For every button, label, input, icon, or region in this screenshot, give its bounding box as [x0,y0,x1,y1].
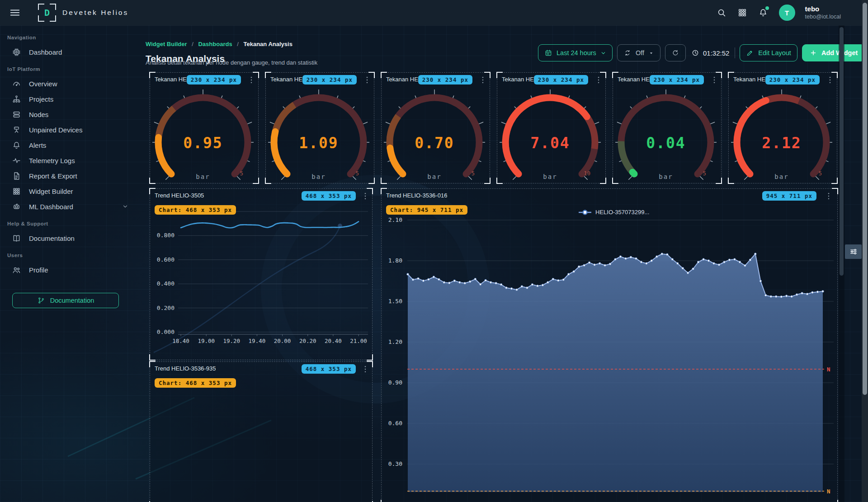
sidebar-item-telemetry-logs[interactable]: Telemetry Logs [0,153,136,168]
widget-trend-helio-3505[interactable]: Trend HELIO-3505 468 x 353 px Chart: 468… [150,188,373,360]
gauge-unit-label: bar [427,173,441,180]
data-point [433,276,435,278]
page-scrollbar-thumb[interactable] [863,3,867,395]
edit-layout-button[interactable]: Edit Layout [740,44,797,61]
sidebar: NavigationDashboardIoT PlatformOverviewP… [0,25,136,502]
data-point [505,287,508,289]
edit-layout-label: Edit Layout [758,49,791,56]
main-scrollbar[interactable] [839,25,844,502]
clock-display: 01:32:52 [690,49,730,57]
sidebar-item-label: Unpaired Devices [29,126,82,134]
data-point [703,258,705,261]
sidebar-item-projects[interactable]: Projects [0,91,136,107]
widget-title: Trend HELIO-3505 [155,192,204,199]
data-point [811,291,814,294]
page-scrollbar[interactable] [862,0,868,502]
gauge-value: 0.95 [183,134,222,152]
threshold-label: N [827,366,830,373]
topbar: D Devetek Helios T tebo tebo@iot.local [0,0,868,25]
menu-toggle-icon[interactable] [8,6,22,19]
widget-trend-helio-3536-935[interactable]: Trend HELIO-3536-935 468 x 353 px Chart:… [150,361,373,502]
widget-gauge-5[interactable]: Tekanan HELIO230 x 234 px0.045bar [613,72,722,183]
data-point [614,258,617,261]
auto-refresh-select[interactable]: Off [617,44,660,61]
widget-gauge-3[interactable]: Tekanan HELIO230 x 234 px0.705bar [381,72,490,183]
sidebar-item-unpaired-devices[interactable]: Unpaired Devices [0,122,136,137]
y-axis-tick: 0.600 [157,256,175,263]
main-scrollbar-thumb[interactable] [840,27,844,276]
user-menu[interactable]: tebo tebo@iot.local [805,5,841,20]
widget-gauge-4[interactable]: Tekanan HELIO230 x 234 px7.0410bar [497,72,606,183]
data-point [495,282,497,285]
data-point [661,253,663,255]
sidebar-item-dashboard[interactable]: Dashboard [0,44,136,60]
device-icon [12,125,21,135]
y-axis-tick: 1.50 [388,298,402,305]
data-point [453,280,456,282]
data-point [573,271,575,273]
documentation-button[interactable]: Documentation [12,293,119,308]
data-point [791,296,793,298]
add-widget-button[interactable]: Add Widget [802,44,865,61]
data-point [588,262,590,264]
sidebar-item-widget-builder[interactable]: Widget Builder [0,183,136,199]
data-point [438,278,440,281]
sidebar-section-label: Help & Support [0,214,136,230]
gauge-chart: 2.125bar [729,73,837,183]
widget-trend-helio-3536-016[interactable]: Trend HELIO-3536-016 945 x 711 px Chart:… [381,188,838,502]
sidebar-section-label: Navigation [0,28,136,44]
avatar[interactable]: T [779,5,795,21]
gauge-max-label: 5 [356,170,359,177]
sidebar-item-overview[interactable]: Overview [0,76,136,91]
time-range-select[interactable]: Last 24 hours [538,44,613,61]
breadcrumb-separator: / [192,41,193,47]
data-point [780,296,783,298]
user-email: tebo@iot.local [805,14,841,21]
size-badge: 230 x 234 px [418,75,472,84]
widget-gauge-2[interactable]: Tekanan HELIO230 x 234 px1.095bar [265,72,374,183]
x-axis-tick: 19.40 [249,338,266,344]
data-point [526,287,528,289]
x-axis-tick: 19.20 [223,338,240,344]
dashboard-controls: Last 24 hours Off 01:32:52 Edit Layout A… [538,44,865,62]
threshold-label: N [827,488,830,495]
sidebar-item-profile[interactable]: Profile [0,262,136,277]
trend-line-chart: 1.0000.8000.6000.4000.2000.00018.4019.00… [150,194,372,357]
sidebar-item-nodes[interactable]: Nodes [0,107,136,122]
y-axis-tick: 0.000 [157,328,175,335]
widget-gauge-1[interactable]: Tekanan HELIO230 x 234 px0.955bar [150,72,259,183]
data-point [531,284,533,286]
data-point [749,259,751,261]
data-point [630,256,632,258]
time-range-value: Last 24 hours [557,49,596,56]
search-icon[interactable] [717,7,727,18]
apps-grid-icon[interactable] [737,7,748,18]
data-point [765,294,767,296]
widget-gauge-6[interactable]: Tekanan HELIO230 x 234 px2.125bar [728,72,837,183]
gauge-value: 0.04 [646,134,685,152]
gauge-unit-label: bar [543,173,557,180]
data-point [510,288,513,290]
sidebar-item-ml-dashboard[interactable]: ML Dashboard [0,199,136,214]
notification-dot [765,6,769,10]
gauge-max-label: 5 [240,170,243,177]
sidebar-section-label: IoT Platform [0,60,136,76]
notifications-bell-icon[interactable] [758,7,769,18]
breadcrumb-widget-builder[interactable]: Widget Builder [146,41,187,47]
sidebar-item-alerts[interactable]: Alerts [0,137,136,153]
sidebar-item-report-export[interactable]: Report & Export [0,168,136,183]
data-point [537,285,539,287]
gauge-max-label: 5 [472,170,475,177]
data-point [723,261,726,263]
refresh-button[interactable] [665,44,686,61]
size-badge: 230 x 234 px [650,75,704,84]
stack-icon [12,110,21,119]
chart-size-badge: Chart: 468 x 353 px [155,205,236,215]
trend-line [181,221,359,228]
panel-settings-flyout-button[interactable] [845,244,862,259]
size-badge: 468 x 353 px [302,364,356,374]
sidebar-item-documentation[interactable]: Documentation [0,230,136,246]
breadcrumb-dashboards[interactable]: Dashboards [198,41,232,47]
users-icon [12,265,21,275]
file-icon [12,171,21,181]
